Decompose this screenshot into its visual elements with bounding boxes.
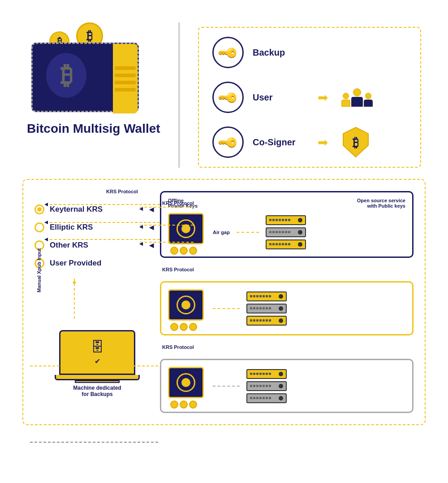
- users-group-icon: [341, 88, 373, 107]
- user-provided-label: User Provided: [50, 259, 101, 268]
- safe-box-2: [160, 281, 414, 335]
- keys-dashed-box: 🔑 Backup 🔑 User ➡: [198, 27, 421, 168]
- xpub-label: Manual Xpub Input: [36, 248, 42, 292]
- laptop-hinge: [75, 380, 120, 383]
- laptop-screen: 🗄 ✔: [59, 330, 135, 375]
- krs-options-list: Keyternal KRS ◄ Elliptic KRS ◄ Other KRS…: [34, 205, 151, 268]
- user-key-label: User: [253, 92, 306, 103]
- safe-box-3: [160, 359, 414, 413]
- backup-key-circle: 🔑: [212, 37, 244, 68]
- air-gap-line: [237, 232, 259, 233]
- db-icon: 🗄: [90, 339, 104, 355]
- keyternal-label: Keyternal KRS: [50, 205, 103, 214]
- wallet-illustration: ₿ ₿ ₿ 🔑: [27, 22, 152, 112]
- left-panel: KRS Protocol Keyternal KRS ◄ Elliptic KR…: [34, 191, 151, 413]
- safe3-line: [213, 386, 240, 387]
- safe1-icon: [168, 213, 206, 251]
- laptop-wrap: 🗄 ✔ Machine dedicatedfor Backups: [43, 330, 151, 397]
- wallet-body: ₿ 🔑: [31, 43, 139, 112]
- safe1-servers: [266, 215, 306, 249]
- krs-protocol-top-label: KRS Protocol: [106, 189, 138, 194]
- arrow-line-1: [140, 207, 194, 208]
- cosigner-key-label: Co-Signer: [253, 137, 306, 148]
- krs-protocol-bot-label: KRS Protocol: [160, 344, 414, 350]
- arrow-head-3: ◄: [138, 240, 144, 247]
- laptop-base: [55, 375, 140, 380]
- arrow-line-3: [140, 242, 194, 243]
- keyternal-radio[interactable]: [34, 205, 44, 214]
- wallet-left-panel: ₿ ₿ ₿ 🔑 Bitcoin Multisig: [27, 22, 179, 168]
- safe1-header-right: Open source servicewith Public keys: [357, 198, 405, 209]
- shield-bitcoin-icon: ₿: [341, 126, 370, 158]
- cosigner-arrow-icon: ➡: [318, 135, 328, 150]
- arrow-head-1: ◄: [138, 205, 144, 212]
- cosigner-key-row: 🔑 Co-Signer ➡ ₿: [212, 126, 407, 158]
- safe3-servers: [246, 369, 287, 403]
- safe2-servers: [246, 292, 287, 326]
- arrow-line-2: [140, 225, 194, 226]
- laptop-label: Machine dedicatedfor Backups: [73, 385, 121, 397]
- safe1-content: Air gap: [168, 213, 405, 251]
- user-key-row: 🔑 User ➡: [212, 82, 407, 113]
- xpub-input-area: ▲ Manual Xpub Input: [34, 276, 151, 321]
- safe2-line: [213, 308, 240, 309]
- cosigner-key-circle: 🔑: [212, 126, 244, 158]
- backup-key-row: 🔑 Backup: [212, 37, 407, 68]
- krs-option-user[interactable]: User Provided: [34, 258, 151, 268]
- safe-box-1: OfflinePrivate Keys Open source servicew…: [160, 191, 414, 258]
- top-section: ₿ ₿ ₿ 🔑 Bitcoin Multisig: [9, 9, 439, 177]
- wallet-flap: [113, 44, 138, 113]
- elliptic-label: Elliptic KRS: [50, 223, 93, 232]
- krs-protocol-mid-label: KRS Protocol: [160, 267, 414, 272]
- elliptic-radio[interactable]: [34, 222, 44, 232]
- arrow-head-2: ◄: [138, 223, 144, 230]
- keys-panel: 🔑 Backup 🔑 User ➡: [180, 22, 421, 168]
- krs-option-elliptic[interactable]: Elliptic KRS ◄: [34, 222, 151, 232]
- wallet-title: Bitcoin Multisig Wallet: [27, 121, 160, 136]
- air-gap-label: Air gap: [213, 230, 230, 235]
- safe2-icon: [168, 289, 206, 327]
- krs-option-other[interactable]: Other KRS ◄: [34, 240, 151, 250]
- safe3-icon: [168, 367, 206, 405]
- svg-text:₿: ₿: [353, 136, 359, 150]
- safes-panel: OfflinePrivate Keys Open source servicew…: [160, 191, 414, 413]
- user-arrow-icon: ➡: [318, 90, 328, 105]
- krs-option-keyternal[interactable]: Keyternal KRS ◄: [34, 205, 151, 214]
- backup-key-label: Backup: [253, 48, 306, 58]
- check-icon: ✔: [95, 357, 100, 366]
- bottom-section: KRS Protocol Keyternal KRS ◄ Elliptic KR…: [22, 179, 426, 425]
- user-key-circle: 🔑: [212, 82, 244, 113]
- bottom-inner: KRS Protocol Keyternal KRS ◄ Elliptic KR…: [34, 191, 414, 413]
- wallet-b-symbol: ₿: [46, 53, 86, 98]
- safe2-content: [168, 289, 405, 327]
- safe3-content: [168, 367, 405, 405]
- other-label: Other KRS: [50, 241, 88, 250]
- krs-proto-top: KRS Protocol: [162, 200, 194, 206]
- safe1-header: OfflinePrivate Keys Open source servicew…: [168, 198, 405, 209]
